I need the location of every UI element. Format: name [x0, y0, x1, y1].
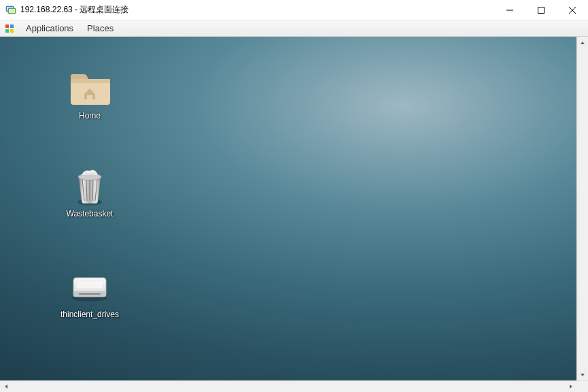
desktop-wrapper: Home [0, 37, 588, 392]
svg-rect-8 [5, 24, 9, 28]
menu-places[interactable]: Places [80, 21, 120, 35]
menu-bar: Applications Places [0, 20, 588, 37]
window-titlebar: 192.168.22.63 - 远程桌面连接 [0, 0, 588, 20]
desktop-icon-label: Wastebasket [65, 208, 116, 219]
svg-rect-22 [79, 293, 101, 295]
svg-rect-9 [10, 24, 14, 28]
desktop-icon-label: thinclient_drives [58, 309, 121, 320]
horizontal-scrollbar[interactable] [0, 380, 588, 392]
svg-rect-10 [5, 29, 9, 33]
close-button[interactable] [557, 0, 588, 20]
scroll-up-icon[interactable] [577, 37, 589, 48]
desktop-icon-label: Home [77, 110, 103, 121]
rdp-app-icon [5, 5, 16, 16]
desktop-icon-wastebasket[interactable]: Wastebasket [49, 167, 131, 219]
menu-applications[interactable]: Applications [19, 21, 80, 35]
drive-icon [68, 268, 111, 306]
desktop[interactable]: Home [0, 37, 576, 380]
desktop-icon-thinclient-drives[interactable]: thinclient_drives [49, 268, 131, 320]
svg-rect-11 [10, 29, 14, 33]
folder-home-icon [68, 69, 111, 108]
wastebasket-icon [68, 167, 111, 206]
window-controls [494, 0, 588, 20]
scrollbar-corner [576, 381, 588, 393]
scroll-right-icon[interactable] [565, 381, 576, 393]
window-title: 192.168.22.63 - 远程桌面连接 [20, 4, 494, 16]
svg-rect-23 [76, 280, 103, 289]
desktop-icon-home[interactable]: Home [49, 69, 131, 121]
scroll-down-icon[interactable] [577, 369, 589, 380]
scroll-left-icon[interactable] [0, 381, 12, 393]
minimize-button[interactable] [494, 0, 525, 20]
svg-rect-5 [538, 7, 544, 13]
menu-logo-icon [4, 22, 16, 35]
vertical-scrollbar[interactable] [576, 37, 588, 380]
svg-rect-3 [9, 9, 15, 13]
maximize-button[interactable] [525, 0, 557, 20]
